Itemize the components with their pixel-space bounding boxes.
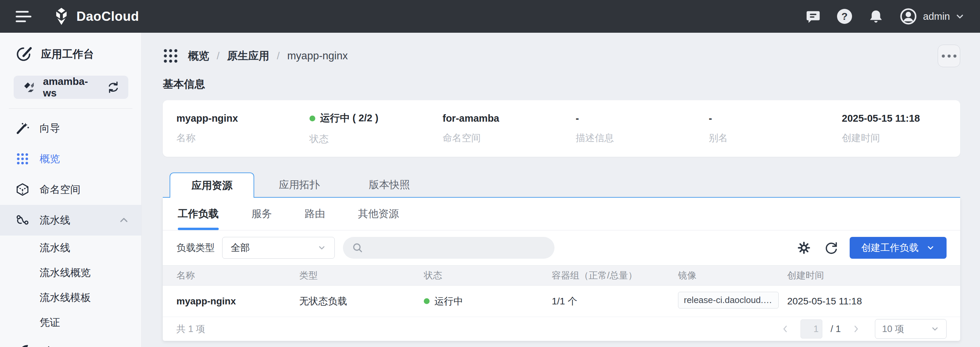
sidebar-item-overview[interactable]: 概览 — [0, 144, 141, 174]
cube-icon — [15, 182, 30, 196]
breadcrumb-separator: / — [217, 50, 220, 62]
workload-type-select[interactable]: 全部 — [222, 237, 335, 259]
chevron-up-icon — [119, 215, 129, 225]
daocloud-logo-icon — [52, 8, 70, 25]
top-header: DaoCloud ? — [0, 0, 980, 33]
info-field-description: - 描述信息 — [576, 113, 709, 144]
sidebar-group-gitops[interactable]: GitOps — [0, 335, 141, 347]
info-field-name: myapp-nginx 名称 — [177, 113, 310, 144]
search-icon — [352, 242, 363, 254]
workspace-icon — [22, 80, 36, 94]
column-created: 创建时间 — [787, 269, 947, 282]
chevron-down-icon — [955, 12, 964, 21]
workspace-name: amamba-ws — [43, 76, 100, 99]
sidebar-item-label: 向导 — [40, 121, 60, 135]
brand[interactable]: DaoCloud — [52, 8, 139, 25]
help-icon[interactable]: ? — [836, 8, 853, 25]
subtab-services[interactable]: 服务 — [251, 198, 272, 230]
rocket-icon — [15, 343, 30, 347]
wand-icon — [15, 121, 30, 135]
workspace-selector[interactable]: amamba-ws — [14, 76, 128, 99]
column-pods: 容器组（正常/总量） — [552, 269, 678, 282]
chevron-down-icon — [119, 345, 129, 347]
page-size-select[interactable]: 10 项 — [875, 319, 947, 339]
tab-app-resources[interactable]: 应用资源 — [170, 173, 254, 198]
grid-dots-icon — [15, 152, 30, 166]
column-status: 状态 — [424, 269, 552, 282]
search-input[interactable] — [369, 242, 550, 253]
table-header: 名称 类型 状态 容器组（正常/总量） 镜像 创建时间 — [163, 265, 960, 286]
user-menu[interactable]: admin — [899, 7, 964, 25]
help-glyph: ? — [842, 11, 848, 22]
pipeline-icon — [15, 213, 30, 227]
notification-bell-icon[interactable] — [868, 8, 884, 25]
search-box[interactable] — [343, 237, 555, 259]
user-name: admin — [923, 11, 950, 22]
sidebar-item-label: 概览 — [40, 152, 60, 166]
create-workload-label: 创建工作负载 — [861, 241, 919, 254]
row-name-link[interactable]: myapp-nginx — [177, 296, 299, 307]
sidebar: 应用工作台 amamba-ws — [0, 33, 142, 347]
breadcrumb-item-current: myapp-nginx — [287, 50, 348, 62]
create-workload-button[interactable]: 创建工作负载 — [850, 237, 947, 259]
breadcrumb-grid-icon — [163, 48, 178, 64]
workbench-icon — [15, 46, 32, 63]
status-dot-green — [310, 116, 315, 121]
column-type: 类型 — [299, 269, 424, 282]
row-type: 无状态负载 — [299, 295, 424, 308]
column-settings-gear-icon[interactable] — [795, 239, 813, 257]
tab-version-snapshot[interactable]: 版本快照 — [344, 173, 434, 197]
page-size-value: 10 项 — [882, 323, 904, 335]
sidebar-item-label: 流水线 — [40, 241, 70, 255]
sidebar-item-pipeline-overview[interactable]: 流水线概览 — [0, 260, 141, 285]
chevron-down-icon — [317, 243, 326, 252]
sidebar-nav: 向导 概览 命名空 — [0, 113, 141, 347]
sidebar-item-credentials[interactable]: 凭证 — [0, 310, 141, 335]
subtab-routes[interactable]: 路由 — [305, 198, 325, 230]
avatar-icon — [899, 7, 918, 25]
chevron-down-icon — [931, 325, 939, 333]
tab-app-topology[interactable]: 应用拓扑 — [254, 173, 344, 197]
table-row[interactable]: myapp-nginx 无状态负载 运行中 1/1 个 release-ci.d… — [163, 286, 960, 317]
sidebar-item-label: 凭证 — [40, 315, 60, 330]
sidebar-item-wizard[interactable]: 向导 — [0, 113, 141, 144]
workload-type-label: 负载类型 — [177, 241, 215, 254]
breadcrumb-item-native-apps[interactable]: 原生应用 — [227, 49, 269, 63]
basic-info-card: myapp-nginx 名称 运行中 ( 2/2 ) 状态 for-amamba… — [163, 100, 960, 157]
workbench-label: 应用工作台 — [41, 47, 94, 61]
main-tabs: 应用资源 应用拓扑 版本快照 — [163, 173, 960, 198]
main-content: 概览 / 原生应用 / myapp-nginx 基本信息 myapp-nginx… — [142, 33, 980, 347]
chevron-down-icon — [926, 243, 935, 252]
refresh-icon[interactable] — [822, 239, 840, 257]
resources-panel: 工作负载 服务 路由 其他资源 负载类型 全部 — [163, 198, 960, 341]
sidebar-item-pipeline-template[interactable]: 流水线模板 — [0, 285, 141, 310]
subtab-workloads[interactable]: 工作负载 — [178, 198, 219, 230]
message-icon[interactable] — [805, 8, 821, 25]
info-field-namespace: for-amamba 命名空间 — [442, 113, 576, 144]
sidebar-item-label: 流水线模板 — [40, 291, 91, 305]
sidebar-item-pipeline[interactable]: 流水线 — [0, 236, 141, 260]
brand-name: DaoCloud — [76, 9, 139, 24]
page-number-input[interactable]: 1 — [800, 319, 822, 339]
more-actions-button[interactable] — [938, 44, 960, 67]
status-dot-green — [424, 298, 430, 304]
next-page-icon[interactable] — [849, 322, 862, 336]
breadcrumb-separator: / — [277, 50, 280, 62]
sidebar-item-label: GitOps — [40, 345, 71, 347]
column-name: 名称 — [177, 269, 299, 282]
total-count: 共 1 项 — [177, 323, 205, 335]
prev-page-icon[interactable] — [779, 322, 792, 336]
subtab-other-resources[interactable]: 其他资源 — [358, 198, 399, 230]
breadcrumb: 概览 / 原生应用 / myapp-nginx — [163, 48, 348, 64]
menu-icon[interactable] — [16, 11, 32, 22]
row-pods: 1/1 个 — [552, 295, 678, 308]
sidebar-item-label: 命名空间 — [40, 183, 81, 196]
switch-workspace-icon[interactable] — [107, 81, 120, 94]
sidebar-item-namespace[interactable]: 命名空间 — [0, 174, 141, 205]
sidebar-item-label: 流水线 — [40, 213, 70, 227]
breadcrumb-item-overview[interactable]: 概览 — [188, 49, 209, 63]
sidebar-group-pipeline[interactable]: 流水线 — [0, 205, 141, 236]
sidebar-workbench[interactable]: 应用工作台 — [0, 33, 141, 71]
sidebar-divider — [9, 108, 132, 109]
image-tag: release-ci.daocloud.io/... — [678, 292, 779, 309]
